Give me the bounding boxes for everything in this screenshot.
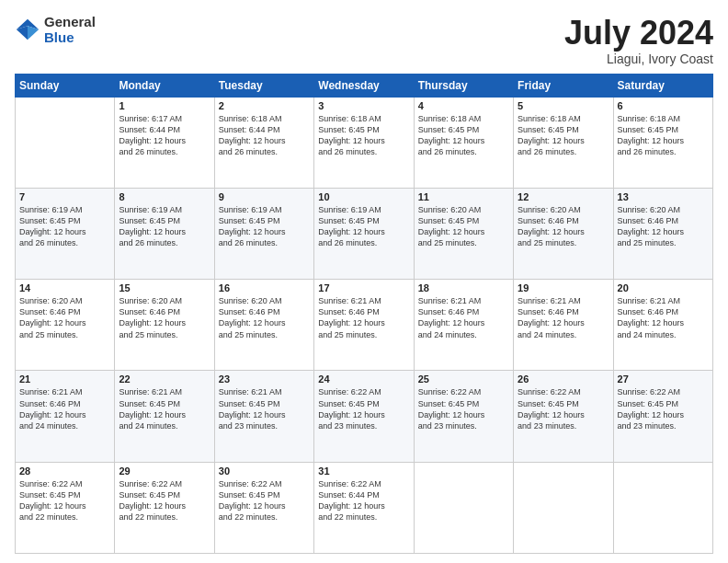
calendar-cell: 14Sunrise: 6:20 AM Sunset: 6:46 PM Dayli…: [16, 280, 115, 371]
day-header-thursday: Thursday: [414, 74, 513, 97]
calendar-cell: 21Sunrise: 6:21 AM Sunset: 6:46 PM Dayli…: [16, 371, 115, 462]
day-number: 28: [19, 465, 110, 477]
day-number: 29: [119, 465, 210, 477]
day-info: Sunrise: 6:20 AM Sunset: 6:45 PM Dayligh…: [418, 204, 509, 249]
calendar-cell: 29Sunrise: 6:22 AM Sunset: 6:45 PM Dayli…: [115, 462, 214, 553]
day-number: 11: [418, 191, 509, 202]
calendar-cell: 28Sunrise: 6:22 AM Sunset: 6:45 PM Dayli…: [16, 462, 115, 553]
day-number: 27: [618, 373, 709, 385]
day-info: Sunrise: 6:22 AM Sunset: 6:44 PM Dayligh…: [318, 478, 409, 523]
week-row-3: 21Sunrise: 6:21 AM Sunset: 6:46 PM Dayli…: [16, 371, 713, 462]
day-info: Sunrise: 6:21 AM Sunset: 6:45 PM Dayligh…: [219, 386, 310, 431]
day-number: 1: [119, 100, 210, 111]
calendar-cell: [613, 462, 712, 553]
day-number: 12: [518, 191, 609, 202]
calendar-cell: 30Sunrise: 6:22 AM Sunset: 6:45 PM Dayli…: [214, 462, 313, 553]
day-number: 7: [19, 191, 110, 202]
day-info: Sunrise: 6:20 AM Sunset: 6:46 PM Dayligh…: [119, 295, 210, 340]
logo-blue-text: Blue: [44, 30, 96, 46]
day-number: 13: [618, 191, 709, 202]
calendar-cell: 2Sunrise: 6:18 AM Sunset: 6:44 PM Daylig…: [214, 97, 313, 188]
day-header-friday: Friday: [514, 74, 613, 97]
day-number: 16: [219, 282, 310, 293]
page: General Blue July 2024 Liagui, Ivory Coa…: [0, 0, 728, 563]
day-number: 23: [219, 373, 310, 385]
day-number: 9: [219, 191, 310, 202]
day-info: Sunrise: 6:19 AM Sunset: 6:45 PM Dayligh…: [19, 204, 110, 249]
day-number: 3: [318, 100, 409, 111]
calendar-cell: 10Sunrise: 6:19 AM Sunset: 6:45 PM Dayli…: [314, 188, 414, 279]
calendar-cell: 8Sunrise: 6:19 AM Sunset: 6:45 PM Daylig…: [115, 188, 214, 279]
calendar-cell: 6Sunrise: 6:18 AM Sunset: 6:45 PM Daylig…: [613, 97, 712, 188]
day-header-wednesday: Wednesday: [314, 74, 414, 97]
day-number: 10: [318, 191, 409, 202]
calendar-cell: 18Sunrise: 6:21 AM Sunset: 6:46 PM Dayli…: [414, 280, 513, 371]
calendar-cell: 3Sunrise: 6:18 AM Sunset: 6:45 PM Daylig…: [314, 97, 414, 188]
day-info: Sunrise: 6:22 AM Sunset: 6:45 PM Dayligh…: [518, 386, 609, 431]
week-row-4: 28Sunrise: 6:22 AM Sunset: 6:45 PM Dayli…: [16, 462, 713, 553]
day-info: Sunrise: 6:22 AM Sunset: 6:45 PM Dayligh…: [318, 386, 409, 431]
day-info: Sunrise: 6:20 AM Sunset: 6:46 PM Dayligh…: [618, 204, 709, 249]
day-info: Sunrise: 6:20 AM Sunset: 6:46 PM Dayligh…: [19, 295, 110, 340]
day-number: 5: [518, 100, 609, 111]
calendar-cell: [16, 97, 115, 188]
day-header-monday: Monday: [115, 74, 214, 97]
calendar-cell: 4Sunrise: 6:18 AM Sunset: 6:45 PM Daylig…: [414, 97, 513, 188]
calendar-cell: 13Sunrise: 6:20 AM Sunset: 6:46 PM Dayli…: [613, 188, 712, 279]
day-info: Sunrise: 6:22 AM Sunset: 6:45 PM Dayligh…: [418, 386, 509, 431]
day-info: Sunrise: 6:18 AM Sunset: 6:45 PM Dayligh…: [518, 113, 609, 158]
calendar-cell: 27Sunrise: 6:22 AM Sunset: 6:45 PM Dayli…: [613, 371, 712, 462]
day-info: Sunrise: 6:19 AM Sunset: 6:45 PM Dayligh…: [318, 204, 409, 249]
header-row: SundayMondayTuesdayWednesdayThursdayFrid…: [16, 74, 713, 97]
day-info: Sunrise: 6:22 AM Sunset: 6:45 PM Dayligh…: [19, 478, 110, 523]
day-info: Sunrise: 6:19 AM Sunset: 6:45 PM Dayligh…: [219, 204, 310, 249]
day-info: Sunrise: 6:18 AM Sunset: 6:45 PM Dayligh…: [318, 113, 409, 158]
logo-text: General Blue: [44, 15, 96, 45]
day-header-tuesday: Tuesday: [214, 74, 313, 97]
calendar-cell: 1Sunrise: 6:17 AM Sunset: 6:44 PM Daylig…: [115, 97, 214, 188]
calendar-cell: 24Sunrise: 6:22 AM Sunset: 6:45 PM Dayli…: [314, 371, 414, 462]
week-row-0: 1Sunrise: 6:17 AM Sunset: 6:44 PM Daylig…: [16, 97, 713, 188]
day-number: 8: [119, 191, 210, 202]
day-number: 30: [219, 465, 310, 477]
calendar-cell: 23Sunrise: 6:21 AM Sunset: 6:45 PM Dayli…: [214, 371, 313, 462]
day-number: 24: [318, 373, 409, 385]
day-info: Sunrise: 6:18 AM Sunset: 6:44 PM Dayligh…: [219, 113, 310, 158]
title-month: July 2024: [564, 15, 713, 52]
day-number: 22: [119, 373, 210, 385]
day-info: Sunrise: 6:21 AM Sunset: 6:45 PM Dayligh…: [119, 386, 210, 431]
calendar-cell: 17Sunrise: 6:21 AM Sunset: 6:46 PM Dayli…: [314, 280, 414, 371]
day-info: Sunrise: 6:22 AM Sunset: 6:45 PM Dayligh…: [219, 478, 310, 523]
calendar-cell: 20Sunrise: 6:21 AM Sunset: 6:46 PM Dayli…: [613, 280, 712, 371]
day-header-saturday: Saturday: [613, 74, 712, 97]
calendar-cell: 22Sunrise: 6:21 AM Sunset: 6:45 PM Dayli…: [115, 371, 214, 462]
day-number: 6: [618, 100, 709, 111]
day-number: 18: [418, 282, 509, 293]
calendar-cell: 19Sunrise: 6:21 AM Sunset: 6:46 PM Dayli…: [514, 280, 613, 371]
calendar-cell: 16Sunrise: 6:20 AM Sunset: 6:46 PM Dayli…: [214, 280, 313, 371]
calendar-cell: [414, 462, 513, 553]
calendar-cell: 5Sunrise: 6:18 AM Sunset: 6:45 PM Daylig…: [514, 97, 613, 188]
day-info: Sunrise: 6:21 AM Sunset: 6:46 PM Dayligh…: [19, 386, 110, 431]
calendar-cell: 25Sunrise: 6:22 AM Sunset: 6:45 PM Dayli…: [414, 371, 513, 462]
calendar-table: SundayMondayTuesdayWednesdayThursdayFrid…: [15, 74, 713, 554]
day-number: 26: [518, 373, 609, 385]
title-location: Liagui, Ivory Coast: [564, 52, 713, 66]
day-info: Sunrise: 6:20 AM Sunset: 6:46 PM Dayligh…: [219, 295, 310, 340]
week-row-1: 7Sunrise: 6:19 AM Sunset: 6:45 PM Daylig…: [16, 188, 713, 279]
calendar-cell: 31Sunrise: 6:22 AM Sunset: 6:44 PM Dayli…: [314, 462, 414, 553]
day-info: Sunrise: 6:21 AM Sunset: 6:46 PM Dayligh…: [518, 295, 609, 340]
calendar-cell: 11Sunrise: 6:20 AM Sunset: 6:45 PM Dayli…: [414, 188, 513, 279]
day-info: Sunrise: 6:19 AM Sunset: 6:45 PM Dayligh…: [119, 204, 210, 249]
day-info: Sunrise: 6:21 AM Sunset: 6:46 PM Dayligh…: [618, 295, 709, 340]
day-info: Sunrise: 6:18 AM Sunset: 6:45 PM Dayligh…: [418, 113, 509, 158]
calendar-cell: [514, 462, 613, 553]
day-number: 21: [19, 373, 110, 385]
day-number: 19: [518, 282, 609, 293]
day-info: Sunrise: 6:21 AM Sunset: 6:46 PM Dayligh…: [318, 295, 409, 340]
day-number: 14: [19, 282, 110, 293]
day-info: Sunrise: 6:21 AM Sunset: 6:46 PM Dayligh…: [418, 295, 509, 340]
logo-icon: [15, 17, 40, 43]
logo-general-text: General: [44, 15, 96, 30]
logo: General Blue: [15, 15, 96, 45]
